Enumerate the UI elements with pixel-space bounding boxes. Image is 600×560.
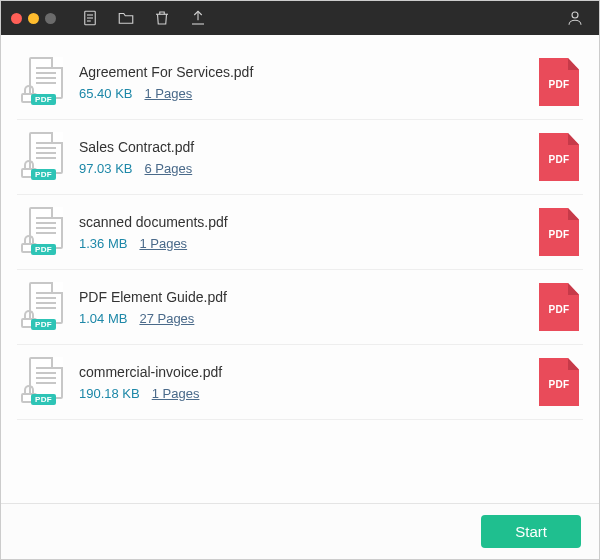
pdf-output-badge[interactable]: PDF <box>539 133 579 181</box>
file-size: 97.03 KB <box>79 161 133 176</box>
pdf-badge-label: PDF <box>539 229 579 240</box>
file-row[interactable]: PDF commercial-invoice.pdf 190.18 KB 1 P… <box>17 345 583 420</box>
folder-icon[interactable] <box>112 4 140 32</box>
file-size: 65.40 KB <box>79 86 133 101</box>
pdf-output-badge[interactable]: PDF <box>539 208 579 256</box>
app-window: PDF Agreement For Services.pdf 65.40 KB … <box>0 0 600 560</box>
file-pages-link[interactable]: 27 Pages <box>139 311 194 326</box>
file-size: 190.18 KB <box>79 386 140 401</box>
file-info: Agreement For Services.pdf 65.40 KB 1 Pa… <box>79 64 525 101</box>
pdf-output-badge[interactable]: PDF <box>539 283 579 331</box>
locked-pdf-icon: PDF <box>21 57 65 107</box>
file-name: scanned documents.pdf <box>79 214 525 230</box>
pdf-tag: PDF <box>31 169 56 180</box>
footer: Start <box>1 503 599 559</box>
pdf-output-badge[interactable]: PDF <box>539 358 579 406</box>
locked-pdf-icon: PDF <box>21 207 65 257</box>
file-name: commercial-invoice.pdf <box>79 364 525 380</box>
window-controls <box>11 13 56 24</box>
locked-pdf-icon: PDF <box>21 357 65 407</box>
locked-pdf-icon: PDF <box>21 132 65 182</box>
user-icon[interactable] <box>561 4 589 32</box>
file-name: PDF Element Guide.pdf <box>79 289 525 305</box>
file-name: Agreement For Services.pdf <box>79 64 525 80</box>
file-row[interactable]: PDF scanned documents.pdf 1.36 MB 1 Page… <box>17 195 583 270</box>
file-row[interactable]: PDF Agreement For Services.pdf 65.40 KB … <box>17 45 583 120</box>
file-pages-link[interactable]: 6 Pages <box>145 161 193 176</box>
file-info: PDF Element Guide.pdf 1.04 MB 27 Pages <box>79 289 525 326</box>
pdf-tag: PDF <box>31 94 56 105</box>
file-pages-link[interactable]: 1 Pages <box>139 236 187 251</box>
pdf-badge-label: PDF <box>539 379 579 390</box>
file-info: scanned documents.pdf 1.36 MB 1 Pages <box>79 214 525 251</box>
start-button[interactable]: Start <box>481 515 581 548</box>
pdf-tag: PDF <box>31 319 56 330</box>
file-pages-link[interactable]: 1 Pages <box>152 386 200 401</box>
file-list: PDF Agreement For Services.pdf 65.40 KB … <box>1 35 599 503</box>
svg-point-4 <box>572 12 578 18</box>
document-icon[interactable] <box>76 4 104 32</box>
file-name: Sales Contract.pdf <box>79 139 525 155</box>
pdf-badge-label: PDF <box>539 304 579 315</box>
file-size: 1.36 MB <box>79 236 127 251</box>
pdf-tag: PDF <box>31 394 56 405</box>
close-window-button[interactable] <box>11 13 22 24</box>
pdf-tag: PDF <box>31 244 56 255</box>
locked-pdf-icon: PDF <box>21 282 65 332</box>
minimize-window-button[interactable] <box>28 13 39 24</box>
pdf-badge-label: PDF <box>539 79 579 90</box>
maximize-window-button[interactable] <box>45 13 56 24</box>
upload-icon[interactable] <box>184 4 212 32</box>
file-row[interactable]: PDF Sales Contract.pdf 97.03 KB 6 Pages … <box>17 120 583 195</box>
pdf-output-badge[interactable]: PDF <box>539 58 579 106</box>
file-info: commercial-invoice.pdf 190.18 KB 1 Pages <box>79 364 525 401</box>
pdf-badge-label: PDF <box>539 154 579 165</box>
file-row[interactable]: PDF PDF Element Guide.pdf 1.04 MB 27 Pag… <box>17 270 583 345</box>
trash-icon[interactable] <box>148 4 176 32</box>
file-pages-link[interactable]: 1 Pages <box>145 86 193 101</box>
titlebar <box>1 1 599 35</box>
file-info: Sales Contract.pdf 97.03 KB 6 Pages <box>79 139 525 176</box>
file-size: 1.04 MB <box>79 311 127 326</box>
